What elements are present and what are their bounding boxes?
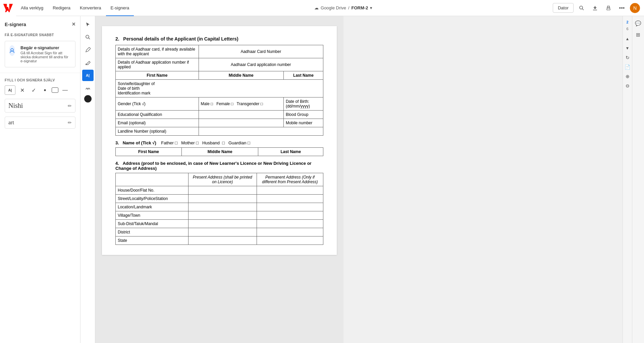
- topbar: Alla verktyg Redigera Konvertera E-signe…: [0, 0, 644, 16]
- section2-heading: Personal details of the Applicant (in Ca…: [123, 36, 238, 42]
- address-row-0: House/Door/Flat No.: [116, 186, 323, 195]
- zoom-out-icon[interactable]: ⊖: [623, 81, 632, 90]
- signature1-card[interactable]: Nishi ✏: [5, 99, 75, 113]
- dot-tool-btn[interactable]: •: [40, 85, 50, 95]
- male-option[interactable]: Male □: [201, 101, 213, 106]
- chat-icon[interactable]: 💬: [634, 19, 643, 28]
- first-name-header: First Name: [116, 71, 199, 80]
- female-option[interactable]: Female □: [216, 101, 233, 106]
- district-label: District: [116, 228, 189, 236]
- sign-request-card: Begär e-signaturer Gå till Acrobat Sign …: [5, 41, 75, 67]
- subdist-label: Sub-Dist/Taluk/Mandal: [116, 220, 189, 228]
- svg-rect-4: [607, 6, 609, 7]
- panel-header: E-signera ×: [0, 16, 80, 30]
- section2-title: 2. Personal details of the Applicant (in…: [115, 36, 323, 42]
- mother-option[interactable]: Mother □: [181, 140, 199, 145]
- name-first-cell: First Name: [116, 148, 182, 156]
- email-cell: Email (optional): [116, 119, 199, 127]
- mobile-cell: Mobile number: [283, 119, 323, 127]
- gender-row: Gender (Tick √) Male □ Female □ Transgen…: [116, 97, 323, 111]
- grid-icon[interactable]: ⊞: [634, 30, 643, 40]
- last-name-header: Last Name: [283, 71, 323, 80]
- dator-button[interactable]: Dator: [553, 3, 574, 13]
- refresh-icon[interactable]: ↻: [623, 53, 632, 62]
- main-content: 2. Personal details of the Applicant (in…: [95, 16, 343, 343]
- section3-heading: Name of (Tick √): [123, 140, 156, 145]
- husband-option[interactable]: Husband: [202, 140, 220, 145]
- svg-point-6: [86, 35, 89, 38]
- cross-tool-btn[interactable]: ✕: [17, 85, 27, 95]
- sign-request-icon: [9, 45, 15, 56]
- dob-cell: Date of Birth: (dd/mm/yyyy): [283, 97, 323, 111]
- aadhaar-app-number-cell: Aadhaar Card application number: [199, 58, 323, 71]
- svg-line-1: [582, 9, 584, 10]
- more-options-icon[interactable]: •••: [616, 3, 627, 13]
- page-num-2[interactable]: 2: [625, 19, 630, 25]
- son-wife-row: Son/wife/daughter of Date of birth Ident…: [116, 80, 323, 97]
- rectangle-tool-btn[interactable]: [52, 87, 58, 93]
- eraser-tool-btn[interactable]: [82, 57, 94, 68]
- separator: /: [348, 5, 350, 10]
- signature2-card[interactable]: art ✏: [5, 117, 75, 129]
- close-button[interactable]: ×: [72, 21, 75, 28]
- check-tool-btn[interactable]: ✓: [29, 85, 38, 95]
- aadhaar-app-label-cell: Details of Aadhaar application number if…: [116, 58, 199, 71]
- dropdown-arrow-icon[interactable]: ▾: [370, 5, 372, 10]
- svg-point-0: [580, 6, 583, 9]
- nav-alla-verktyg[interactable]: Alla verktyg: [16, 0, 48, 16]
- transgender-option[interactable]: Transgender □: [237, 101, 263, 106]
- avatar[interactable]: N: [630, 3, 640, 13]
- signature2-text: art: [8, 120, 14, 126]
- aadhaar-card-row: Details of Aadhaar card, if already avai…: [116, 45, 323, 58]
- name-relation-table: First Name Middle Name Last Name: [115, 147, 323, 156]
- document-icon[interactable]: 📄: [623, 62, 632, 72]
- scroll-down-icon[interactable]: ▼: [623, 44, 632, 53]
- name-last-cell: Last Name: [258, 148, 323, 156]
- color-picker-btn[interactable]: [84, 95, 92, 102]
- search-icon[interactable]: [576, 3, 587, 13]
- edit-signature1-icon[interactable]: ✏: [68, 103, 72, 109]
- text-tool-btn[interactable]: A|: [5, 85, 15, 95]
- address-row-4: Sub-Dist/Taluk/Mandal: [116, 220, 323, 228]
- address-table: Present Address (shall be printed on Lic…: [115, 173, 323, 245]
- name-relation-row: First Name Middle Name Last Name: [116, 148, 323, 156]
- cloud-label: Google Drive: [321, 5, 346, 10]
- document-page: 2. Personal details of the Applicant (in…: [102, 26, 337, 255]
- village-label: Village/Town: [116, 211, 189, 220]
- scroll-up-icon[interactable]: ▲: [623, 34, 632, 44]
- aadhaar-label-cell: Details of Aadhaar card, if already avai…: [116, 45, 199, 58]
- nav-konvertera[interactable]: Konvertera: [75, 0, 106, 16]
- email-mobile-row: Email (optional) Mobile number: [116, 119, 323, 127]
- address-row-3: Village/Town: [116, 211, 323, 220]
- edit-signature2-icon[interactable]: ✏: [68, 120, 72, 125]
- house-label: House/Door/Flat No.: [116, 186, 189, 195]
- panel-title: E-signera: [5, 22, 26, 27]
- print-icon[interactable]: [603, 3, 614, 13]
- signature-tool-btn[interactable]: [82, 82, 94, 94]
- cursor-tool-btn[interactable]: [82, 19, 94, 30]
- page-num-6[interactable]: 6: [625, 26, 630, 31]
- gender-options-cell: Male □ Female □ Transgender □: [199, 97, 283, 111]
- name-header-row: First Name Middle Name Last Name: [116, 71, 323, 80]
- guardian-option[interactable]: Guardian □: [228, 140, 250, 145]
- section2-label: FYLL I OCH SIGNERA SJÄLV: [0, 76, 80, 83]
- personal-details-table: Details of Aadhaar card, if already avai…: [115, 45, 323, 136]
- nav-redigera[interactable]: Redigera: [48, 0, 75, 16]
- address-label-header: [116, 173, 189, 186]
- gender-label-cell: Gender (Tick √): [116, 97, 199, 111]
- section1-label: FÅ E-SIGNATURER SNABBT: [0, 30, 80, 38]
- zoom-tool-btn[interactable]: [82, 31, 94, 43]
- landline-value-cell: [199, 127, 323, 136]
- pen-tool-btn[interactable]: [82, 44, 94, 56]
- husband-box[interactable]: □: [222, 140, 225, 145]
- nav-esignera[interactable]: E-signera: [106, 0, 134, 16]
- section4-heading: Address (proof to be enclosed, in case o…: [115, 161, 312, 171]
- text-active-tool-btn[interactable]: A|: [82, 70, 94, 81]
- line-tool-btn[interactable]: —: [60, 85, 70, 95]
- address-row-1: Street/Locality/PoliceStation: [116, 195, 323, 203]
- zoom-in-icon[interactable]: ⊕: [623, 72, 632, 81]
- father-option[interactable]: Father □: [161, 140, 177, 145]
- section4-header: 4. Address (proof to be enclosed, in cas…: [115, 161, 323, 171]
- download-icon[interactable]: [590, 3, 600, 13]
- top-nav: Alla verktyg Redigera Konvertera E-signe…: [16, 0, 134, 16]
